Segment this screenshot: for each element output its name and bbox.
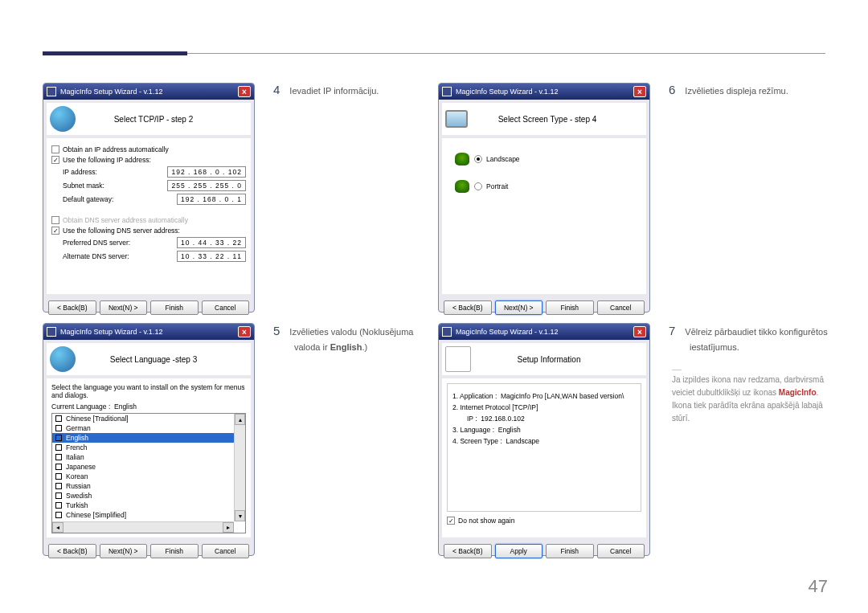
cancel-button[interactable]: Cancel bbox=[202, 544, 250, 558]
square-icon bbox=[55, 502, 62, 509]
note-line: Ikona tiek parādīta ekrāna apakšējā laba… bbox=[672, 399, 841, 412]
radio-landscape[interactable] bbox=[474, 155, 482, 163]
top-accent bbox=[43, 51, 187, 55]
titlebar[interactable]: MagicInfo Setup Wizard - v.1.12 × bbox=[43, 324, 254, 340]
next-button[interactable]: Next(N) > bbox=[100, 544, 148, 558]
footnote: Ja izpildes ikona nav redzama, darbvirsm… bbox=[672, 370, 841, 425]
lang-name: English bbox=[66, 434, 88, 442]
label: Alternate DNS server: bbox=[63, 252, 129, 260]
back-button[interactable]: < Back(B) bbox=[48, 544, 96, 558]
wizard-setup-info: MagicInfo Setup Wizard - v.1.12 × Setup … bbox=[438, 323, 650, 556]
gateway-input[interactable]: 192 . 168 . 0 . 1 bbox=[177, 194, 246, 205]
step-title: Setup Information bbox=[477, 355, 620, 364]
scrollbar-horizontal[interactable]: ◂ ▸ bbox=[52, 521, 234, 533]
finish-button[interactable]: Finish bbox=[150, 544, 199, 558]
wizard-header: Select Language -step 3 bbox=[47, 343, 251, 375]
checkbox-manual-ip[interactable] bbox=[51, 156, 59, 164]
adns-input[interactable]: 10 . 33 . 22 . 11 bbox=[177, 251, 246, 262]
label: Portrait bbox=[486, 182, 508, 190]
close-icon[interactable]: × bbox=[633, 86, 646, 97]
lang-item[interactable]: German bbox=[52, 423, 245, 433]
scroll-left-icon[interactable]: ◂ bbox=[52, 522, 63, 533]
checkbox-noshow[interactable] bbox=[447, 517, 455, 525]
button-row: < Back(B) Apply Finish Cancel bbox=[439, 537, 649, 566]
checkbox-manual-dns[interactable] bbox=[51, 227, 59, 235]
checkbox-auto-ip[interactable] bbox=[51, 145, 59, 153]
ip-input[interactable]: 192 . 168 . 0 . 102 bbox=[167, 166, 246, 178]
apply-button[interactable]: Apply bbox=[495, 544, 543, 558]
step-title: Select TCP/IP - step 2 bbox=[82, 115, 225, 124]
mask-input[interactable]: 255 . 255 . 255 . 0 bbox=[167, 180, 246, 191]
radio-portrait[interactable] bbox=[474, 182, 482, 190]
cancel-button[interactable]: Cancel bbox=[202, 300, 250, 315]
value: Landscape bbox=[506, 437, 539, 445]
tree-icon bbox=[455, 180, 469, 193]
cancel-button[interactable]: Cancel bbox=[597, 544, 645, 558]
next-button[interactable]: Next(N) > bbox=[495, 300, 543, 315]
tree-icon bbox=[455, 153, 469, 166]
back-button[interactable]: < Back(B) bbox=[48, 300, 96, 315]
next-button[interactable]: Next(N) > bbox=[100, 300, 148, 315]
lang-item[interactable]: Chinese [Simplified] bbox=[52, 510, 245, 520]
titlebar[interactable]: MagicInfo Setup Wizard - v.1.12 × bbox=[43, 84, 254, 100]
label: IP address: bbox=[63, 168, 97, 176]
lang-item[interactable]: English bbox=[52, 433, 245, 443]
scroll-right-icon[interactable]: ▸ bbox=[223, 522, 234, 533]
close-icon[interactable]: × bbox=[238, 326, 251, 337]
language-list[interactable]: Chinese [Traditional]GermanEnglishFrench… bbox=[51, 413, 246, 533]
app-icon bbox=[47, 87, 56, 96]
wizard-language: MagicInfo Setup Wizard - v.1.12 × Select… bbox=[43, 323, 255, 556]
finish-button[interactable]: Finish bbox=[150, 300, 199, 315]
scroll-up-icon[interactable]: ▴ bbox=[235, 414, 245, 425]
titlebar[interactable]: MagicInfo Setup Wizard - v.1.12 × bbox=[439, 84, 649, 100]
lang-item[interactable]: Japanese bbox=[52, 462, 245, 472]
value: English bbox=[498, 426, 521, 434]
window-title: MagicInfo Setup Wizard - v.1.12 bbox=[60, 88, 238, 96]
wizard-body: Obtain an IP address automatically Use t… bbox=[47, 138, 251, 294]
lang-name: Russian bbox=[66, 482, 91, 490]
cancel-button[interactable]: Cancel bbox=[597, 300, 645, 315]
wizard-header: Select Screen Type - step 4 bbox=[442, 103, 646, 135]
step-title: Select Language -step 3 bbox=[82, 355, 225, 364]
wizard-header: Setup Information bbox=[442, 343, 646, 375]
globe-icon bbox=[50, 346, 76, 372]
label: Current Language : bbox=[51, 403, 110, 411]
label: Obtain DNS server address automatically bbox=[63, 216, 188, 224]
label: 3. Language : bbox=[452, 426, 494, 434]
step5-caption: 5Izvēlieties valodu (Noklusējuma valoda … bbox=[273, 321, 434, 355]
square-icon bbox=[55, 483, 62, 489]
scroll-down-icon[interactable]: ▾ bbox=[235, 510, 245, 521]
finish-button[interactable]: Finish bbox=[546, 300, 594, 315]
lang-item[interactable]: Korean bbox=[52, 472, 245, 481]
finish-button[interactable]: Finish bbox=[546, 544, 594, 558]
label: IP : bbox=[467, 415, 477, 423]
app-icon bbox=[442, 87, 452, 96]
monitor-icon bbox=[445, 110, 468, 128]
lang-item[interactable]: Italian bbox=[52, 452, 245, 462]
lang-item[interactable]: French bbox=[52, 443, 245, 452]
titlebar[interactable]: MagicInfo Setup Wizard - v.1.12 × bbox=[439, 324, 649, 340]
close-icon[interactable]: × bbox=[633, 326, 646, 337]
label: 1. Application : bbox=[452, 392, 497, 400]
lang-item[interactable]: Turkish bbox=[52, 501, 245, 510]
label: Default gateway: bbox=[63, 195, 113, 203]
pdns-input[interactable]: 10 . 44 . 33 . 22 bbox=[177, 237, 246, 248]
step6-caption: 6Izvēlieties displeja režīmu. bbox=[669, 80, 829, 100]
window-title: MagicInfo Setup Wizard - v.1.12 bbox=[456, 328, 633, 336]
lang-item[interactable]: Swedish bbox=[52, 491, 245, 501]
label: Use the following IP address: bbox=[63, 156, 151, 164]
lang-item[interactable]: Chinese [Traditional] bbox=[52, 414, 245, 423]
square-icon bbox=[55, 492, 62, 499]
back-button[interactable]: < Back(B) bbox=[444, 544, 492, 558]
note-line: veiciet dubultklikšķi uz ikonas bbox=[672, 388, 779, 397]
scrollbar-vertical[interactable]: ▴ ▾ bbox=[234, 414, 245, 521]
close-icon[interactable]: × bbox=[238, 86, 251, 97]
lang-name: Japanese bbox=[66, 463, 96, 471]
desc: Select the language you want to install … bbox=[51, 383, 246, 399]
cursor-icon bbox=[445, 346, 471, 372]
note-bold: MagicInfo bbox=[779, 388, 817, 397]
back-button[interactable]: < Back(B) bbox=[444, 300, 492, 315]
square-icon bbox=[55, 435, 62, 441]
square-icon bbox=[55, 415, 62, 422]
lang-item[interactable]: Russian bbox=[52, 481, 245, 491]
